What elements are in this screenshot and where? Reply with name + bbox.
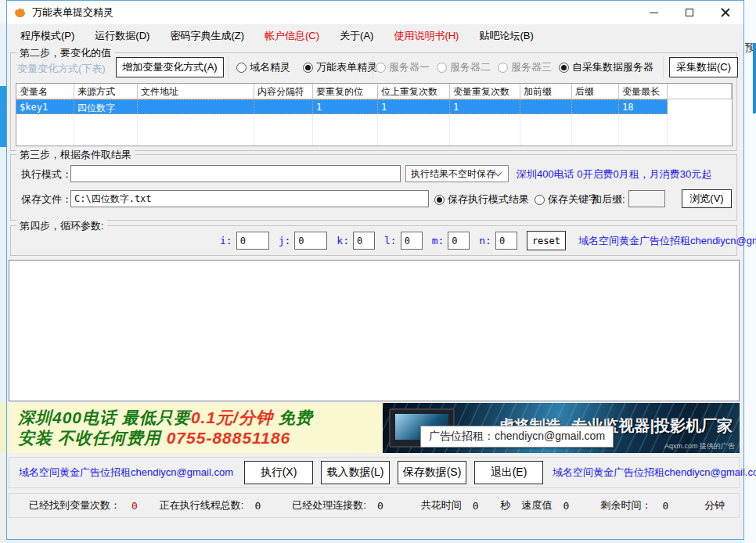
exit-button[interactable]: 退出(E) <box>474 461 543 484</box>
col-header: 要重复的位 <box>313 84 378 99</box>
col-header: 文件地址 <box>138 84 254 99</box>
table-row-cell[interactable]: 1 <box>378 99 450 114</box>
table-row-cell[interactable]: 1 <box>313 99 378 114</box>
radio-domain-wizard[interactable]: 域名精灵 <box>236 60 290 74</box>
browse-button[interactable]: 浏览(V) <box>682 189 732 208</box>
empty-cell <box>572 144 619 146</box>
radio-checked-icon <box>434 195 445 205</box>
save-mode-dropdown-value: 执行结果不空时保存 <box>411 167 495 181</box>
table-row-cell[interactable]: $key1 <box>16 99 74 114</box>
action-panel: 域名空间黄金广告位招租chendiycn@gmail.com 执行(X) 载入数… <box>9 457 740 488</box>
connections-value: 0 <box>377 500 383 512</box>
radio-form-wizard[interactable]: 万能表单精灵 <box>303 60 377 74</box>
status-bar: 已经找到变量次数： 0 正在执行线程总数: 0 已经处理连接数: 0 共花时间 … <box>9 493 740 518</box>
banner-text-green: 深圳400电话 最低只要 <box>18 408 191 426</box>
menu-about[interactable]: 关于(A) <box>329 29 383 43</box>
menu-account-info[interactable]: 帐户信息(C) <box>254 29 329 43</box>
close-icon <box>721 8 730 17</box>
radio-self-collect-label: 自采集数据服务器 <box>572 60 653 74</box>
loop-m-input[interactable]: 0 <box>448 232 470 250</box>
radio-save-exec-result[interactable]: 保存执行模式结果 <box>434 192 529 207</box>
empty-cell <box>520 129 572 144</box>
menu-password-dict[interactable]: 密码字典生成(Z) <box>160 29 254 43</box>
suffix-input[interactable] <box>628 190 665 207</box>
loop-n-input[interactable]: 0 <box>495 232 517 250</box>
banner-text-green: 安装 不收任何费用 <box>18 429 167 447</box>
empty-cell <box>378 129 450 144</box>
ad-link-right[interactable]: 域名空间黄金广告位招租chendiycn@gmail.com <box>553 466 756 480</box>
connections-label: 已经处理连接数: <box>292 498 366 512</box>
chevron-down-icon <box>495 169 502 177</box>
radio-server1[interactable]: 服务器一 <box>376 60 430 74</box>
radio-disabled-icon <box>437 63 447 73</box>
loop-params-row: i: 0 j: 0 k: 0 l: 0 m: 0 n: 0 reset 域名空间… <box>211 231 756 250</box>
app-window: 万能表单提交精灵 程序模式(P) 运行数据(D) 密码字典生成(Z) 帐户信息(… <box>6 0 744 540</box>
bg-right-blue-bar <box>753 43 756 113</box>
empty-cell <box>668 144 732 146</box>
threads-label: 正在执行线程总数: <box>160 498 244 512</box>
table-row-cell[interactable] <box>520 99 572 114</box>
empty-cell <box>313 129 378 144</box>
speed-value: 0 <box>563 500 570 512</box>
radio-server3[interactable]: 服务器三 <box>498 60 552 74</box>
menu-manual[interactable]: 使用说明书(H) <box>383 29 469 43</box>
step3-group: 第三步，根据条件取结果 执行模式： 执行结果不空时保存 深圳400电话 0开启费… <box>10 154 737 221</box>
loop-j-input[interactable]: 0 <box>294 232 327 250</box>
menu-run-data[interactable]: 运行数据(D) <box>85 29 160 43</box>
loop-m-label: m: <box>432 235 445 246</box>
variable-mode-hint: 变量变化方式(下表) <box>17 62 106 76</box>
radio-server3-label: 服务器三 <box>511 60 552 74</box>
empty-cell <box>313 114 378 129</box>
remaining-time-label: 剩余时间： <box>600 498 651 512</box>
banner-text-green: 免费 <box>273 408 313 426</box>
minimize-icon <box>650 13 658 13</box>
menu-program-mode[interactable]: 程序模式(P) <box>10 29 85 43</box>
save-mode-dropdown[interactable]: 执行结果不空时保存 <box>405 165 509 182</box>
table-row-cell[interactable] <box>572 99 619 114</box>
promo-link[interactable]: 深圳400电话 0开启费0月租，月消费30元起 <box>517 167 711 182</box>
time-spent-value: 0 <box>473 500 479 512</box>
table-row-cell[interactable] <box>138 99 254 114</box>
radio-disabled-icon <box>376 63 386 73</box>
ad-link-left[interactable]: 域名空间黄金广告位招租chendiycn@gmail.com <box>19 466 233 480</box>
exec-mode-input[interactable] <box>70 165 401 182</box>
time-unit-label: 秒 <box>501 498 511 512</box>
radio-self-collect-server[interactable]: 自采集数据服务器 <box>559 60 653 74</box>
background-window-left-sliver <box>0 0 6 543</box>
radio-save-keyword[interactable]: 保存关键字 <box>535 192 599 207</box>
radio-server2[interactable]: 服务器二 <box>437 60 491 74</box>
radio-save-exec-label: 保存执行模式结果 <box>448 192 529 207</box>
loop-i-input[interactable]: 0 <box>236 232 269 250</box>
table-row-cell[interactable]: 1 <box>450 99 520 114</box>
col-header-filler <box>668 84 732 99</box>
step4-group: 第四步，循环参数: i: 0 j: 0 k: 0 l: 0 m: 0 n: 0 … <box>10 225 737 256</box>
col-header: 位上重复次数 <box>378 84 450 99</box>
loop-l-input[interactable]: 0 <box>401 232 423 250</box>
speed-label: 速度值 <box>522 498 553 512</box>
menu-bar: 程序模式(P) 运行数据(D) 密码字典生成(Z) 帐户信息(C) 关于(A) … <box>7 24 743 48</box>
minimize-button[interactable] <box>635 1 671 24</box>
close-button[interactable] <box>707 1 743 24</box>
output-textarea[interactable] <box>9 260 740 401</box>
menu-forum[interactable]: 贴吧论坛(B) <box>469 29 543 43</box>
collect-data-button[interactable]: 采集数据(C) <box>669 57 738 77</box>
ad-banner-right[interactable]: 虎将制造--专业监视器|投影机厂家 广告位招租：chendiycn@gmail.… <box>383 403 740 453</box>
loop-l-label: l: <box>384 235 397 246</box>
maximize-button[interactable] <box>671 1 707 24</box>
variable-table: 变量名 来源方式 文件地址 内容分隔符 要重复的位 位上重复次数 变量重复次数 … <box>16 83 733 146</box>
table-row-cell[interactable] <box>254 99 313 114</box>
execute-button[interactable]: 执行(X) <box>244 461 313 484</box>
save-data-button[interactable]: 保存数据(S) <box>398 461 466 484</box>
ad-banner-left[interactable]: 深圳400电话 最低只要0.1元/分钟 免费 安装 不收任何费用 0755-88… <box>9 403 382 453</box>
empty-cell <box>520 144 572 146</box>
loop-k-input[interactable]: 0 <box>353 232 375 250</box>
load-data-button[interactable]: 载入数据(L) <box>321 461 390 484</box>
step4-legend: 第四步，循环参数: <box>16 219 107 233</box>
table-row-cell[interactable]: 18 <box>619 99 668 114</box>
table-row-cell[interactable]: 四位数字 <box>74 99 138 114</box>
reset-button[interactable]: reset <box>527 231 566 250</box>
save-file-input[interactable]: C:\四位数字.txt <box>70 190 429 207</box>
add-variable-mode-button[interactable]: 增加变量变化方式(A) <box>116 57 224 77</box>
col-header: 内容分隔符 <box>254 84 313 99</box>
ad-link[interactable]: 域名空间黄金广告位招租chendiycn@gmail.com <box>578 234 756 248</box>
